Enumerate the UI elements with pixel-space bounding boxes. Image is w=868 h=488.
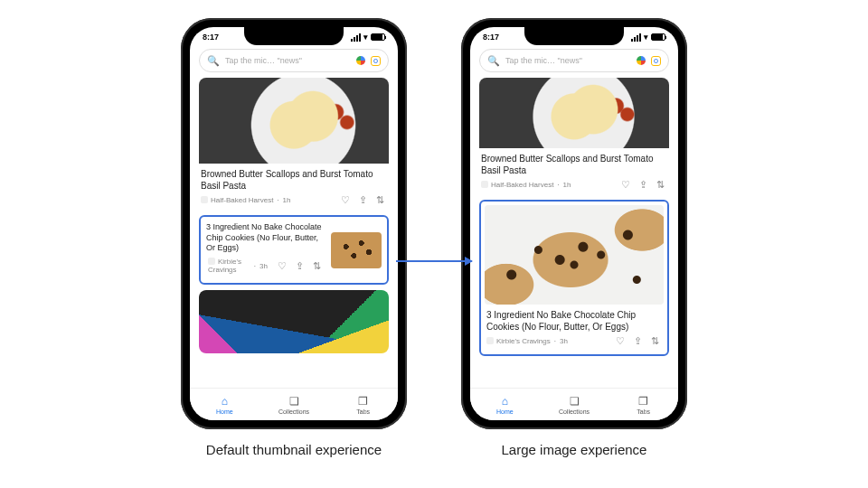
signal-icon — [351, 33, 361, 42]
article-title: 3 Ingredient No Bake Chocolate Chip Cook… — [206, 222, 326, 254]
tune-icon[interactable]: ⇅ — [373, 194, 387, 206]
feed-right: Browned Butter Scallops and Burst Tomato… — [470, 78, 678, 356]
tabs-icon: ❐ — [638, 395, 648, 408]
article-card-cookie-large[interactable]: 3 Ingredient No Bake Chocolate Chip Cook… — [479, 200, 669, 356]
article-age: 1h — [563, 181, 571, 189]
heart-icon[interactable]: ♡ — [275, 260, 289, 272]
search-bar[interactable]: 🔍 Tap the mic… "news" — [479, 49, 669, 72]
phone-screen-left: 8:17 ▾ 🔍 Tap the mic… "news" — [190, 27, 398, 420]
transition-arrow — [396, 260, 472, 262]
mic-icon[interactable] — [356, 56, 365, 65]
article-meta: Half-Baked Harvest · 1h ♡ ⇪ ⇅ — [479, 179, 669, 194]
status-time: 8:17 — [203, 33, 219, 42]
nav-home[interactable]: ⌂ Home — [190, 389, 259, 420]
phone-frame-right: 8:17 ▾ 🔍 Tap the mic… "news" — [461, 18, 687, 429]
tabs-icon: ❐ — [358, 395, 368, 408]
article-title: Browned Butter Scallops and Burst Tomato… — [479, 148, 669, 179]
feed-left: Browned Butter Scallops and Burst Tomato… — [190, 78, 398, 353]
article-card-pasta[interactable]: Browned Butter Scallops and Burst Tomato… — [479, 78, 669, 194]
home-icon: ⌂ — [502, 395, 508, 408]
share-icon[interactable]: ⇪ — [637, 179, 650, 191]
nav-label: Collections — [559, 408, 590, 415]
tune-icon[interactable]: ⇅ — [654, 179, 667, 191]
nav-tabs[interactable]: ❐ Tabs — [609, 389, 678, 420]
battery-icon — [371, 33, 385, 41]
heart-icon[interactable]: ♡ — [338, 194, 353, 206]
article-card-pasta[interactable]: Browned Butter Scallops and Burst Tomato… — [199, 78, 389, 210]
article-title: 3 Ingredient No Bake Chocolate Chip Cook… — [485, 305, 664, 335]
article-image-misc — [199, 290, 389, 353]
share-icon[interactable]: ⇪ — [631, 335, 645, 347]
search-bar[interactable]: 🔍 Tap the mic… "news" — [199, 49, 389, 72]
tune-icon[interactable]: ⇅ — [310, 260, 324, 272]
wifi-icon: ▾ — [644, 33, 648, 42]
article-source: Kirbie's Cravings — [208, 258, 250, 274]
collections-icon: ❏ — [289, 395, 299, 408]
search-placeholder: Tap the mic… "news" — [225, 56, 351, 65]
meta-sep: · — [554, 337, 556, 345]
lens-icon[interactable] — [371, 56, 381, 66]
meta-sep: · — [557, 181, 559, 189]
heart-icon[interactable]: ♡ — [613, 335, 627, 347]
wifi-icon: ▾ — [363, 33, 368, 42]
bottom-nav: ⌂ Home ❏ Collections ❐ Tabs — [190, 388, 398, 420]
left-column: 8:17 ▾ 🔍 Tap the mic… "news" — [181, 18, 407, 457]
status-right: ▾ — [351, 33, 385, 42]
battery-icon — [651, 33, 665, 41]
lens-icon[interactable] — [651, 56, 661, 66]
search-icon: 🔍 — [207, 55, 220, 67]
nav-tabs[interactable]: ❐ Tabs — [328, 389, 398, 420]
nav-label: Tabs — [356, 408, 370, 415]
phone-notch — [244, 25, 344, 45]
phone-screen-right: 8:17 ▾ 🔍 Tap the mic… "news" — [470, 27, 678, 420]
article-source: Half-Baked Harvest — [201, 196, 273, 204]
nav-collections[interactable]: ❏ Collections — [259, 389, 329, 420]
nav-label: Home — [496, 408, 514, 415]
status-right: ▾ — [631, 33, 665, 42]
nav-label: Tabs — [637, 408, 650, 415]
article-age: 1h — [283, 196, 291, 204]
article-image-pasta — [199, 78, 389, 164]
search-icon: 🔍 — [487, 55, 500, 67]
home-icon: ⌂ — [222, 395, 228, 408]
nav-home[interactable]: ⌂ Home — [470, 389, 540, 420]
comparison-stage: 8:17 ▾ 🔍 Tap the mic… "news" — [0, 0, 868, 457]
search-placeholder: Tap the mic… "news" — [505, 56, 631, 65]
bottom-nav: ⌂ Home ❏ Collections ❐ Tabs — [470, 388, 678, 420]
article-age: 3h — [259, 262, 268, 270]
heart-icon[interactable]: ♡ — [618, 179, 633, 191]
nav-label: Collections — [278, 408, 309, 415]
article-source: Kirbie's Cravings — [486, 337, 551, 345]
article-image-pasta — [479, 78, 669, 148]
status-time: 8:17 — [483, 33, 499, 42]
caption-right: Large image experience — [502, 442, 647, 457]
article-thumbnail-cookie — [331, 232, 382, 268]
article-meta: Half-Baked Harvest · 1h ♡ ⇪ ⇅ — [199, 194, 389, 210]
article-meta: Kirbie's Cravings · 3h ♡ ⇪ ⇅ — [485, 335, 664, 351]
nav-collections[interactable]: ❏ Collections — [540, 389, 609, 420]
tune-icon[interactable]: ⇅ — [648, 335, 662, 347]
article-image-cookie — [485, 205, 664, 305]
article-title: Browned Butter Scallops and Burst Tomato… — [199, 164, 389, 194]
caption-left: Default thumbnail experience — [206, 442, 382, 457]
phone-notch — [524, 25, 624, 45]
share-icon[interactable]: ⇪ — [356, 194, 370, 206]
nav-label: Home — [216, 408, 233, 415]
share-icon[interactable]: ⇪ — [293, 260, 307, 272]
mic-icon[interactable] — [637, 56, 646, 65]
article-card-cookie-thumb[interactable]: 3 Ingredient No Bake Chocolate Chip Cook… — [199, 215, 389, 285]
article-age: 3h — [560, 337, 568, 345]
right-column: 8:17 ▾ 🔍 Tap the mic… "news" — [461, 18, 687, 457]
meta-sep: · — [277, 196, 278, 204]
phone-frame-left: 8:17 ▾ 🔍 Tap the mic… "news" — [181, 18, 407, 429]
signal-icon — [631, 33, 641, 42]
article-meta: Kirbie's Cravings · 3h ♡ ⇪ ⇅ — [206, 254, 326, 277]
collections-icon: ❏ — [570, 395, 580, 408]
article-source: Half-Baked Harvest — [481, 181, 553, 189]
article-card-misc[interactable] — [199, 290, 389, 353]
meta-sep: · — [254, 262, 256, 270]
